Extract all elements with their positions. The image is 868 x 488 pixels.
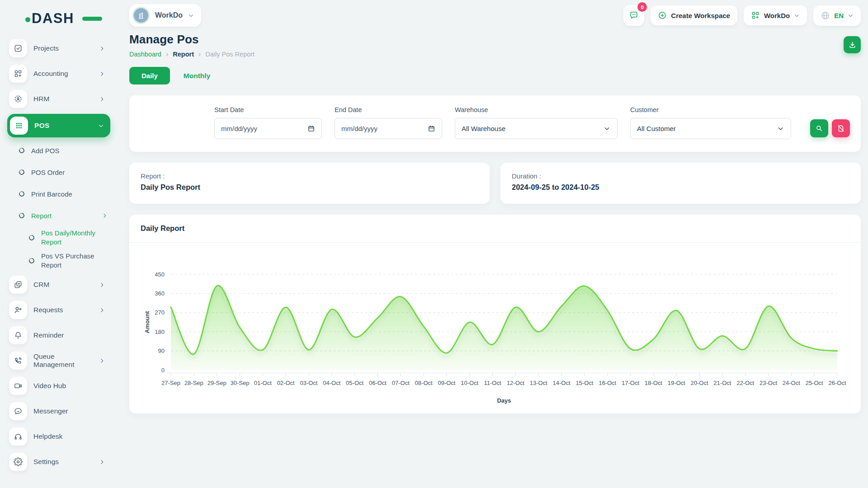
svg-text:20-Oct: 20-Oct (691, 380, 708, 386)
messages-badge: 0 (637, 2, 647, 12)
customer-select[interactable]: All Customer (630, 118, 791, 139)
globe-icon (821, 11, 830, 20)
sidebar-item-pos-daily-monthly-report[interactable]: Pos Daily/Monthly Report (29, 229, 110, 247)
svg-text:05-Oct: 05-Oct (346, 380, 363, 386)
reset-filter-button[interactable] (832, 119, 850, 137)
sidebar-item-label: Messenger (33, 407, 68, 415)
hrm-icon (9, 90, 27, 108)
svg-text:03-Oct: 03-Oct (300, 380, 317, 386)
svg-text:270: 270 (155, 309, 165, 316)
sidebar-item-label: Requests (33, 306, 63, 314)
search-button[interactable] (810, 119, 828, 137)
report-value: Daily Pos Report (141, 183, 478, 192)
svg-text:07-Oct: 07-Oct (392, 380, 410, 386)
language-code: EN (834, 12, 844, 19)
create-workspace-label: Create Workspace (671, 12, 730, 19)
grid-plus-icon (751, 11, 760, 20)
sidebar-item-video-hub[interactable]: Video Hub (7, 375, 110, 396)
sidebar-item-reminder[interactable]: Reminder (7, 325, 110, 346)
sidebar-item-pos[interactable]: POS (7, 114, 110, 137)
sidebar-item-accounting[interactable]: Accounting (7, 63, 110, 84)
svg-text:16-Oct: 16-Oct (599, 380, 616, 386)
report-summary-card: Report : Daily Pos Report (129, 163, 490, 204)
sidebar-item-queue-management[interactable]: Queue Management (7, 350, 110, 371)
warehouse-select[interactable]: All Warehouse (455, 118, 618, 139)
messages-button[interactable]: 0 (623, 5, 644, 26)
bullet-icon (18, 147, 25, 154)
file-off-icon (837, 124, 845, 132)
sidebar-item-pos-vs-purchase-report[interactable]: Pos VS Purchase Report (29, 252, 110, 270)
workspace-selector[interactable]: WorkDo (129, 4, 201, 27)
chart-title: Daily Report (141, 224, 184, 232)
tab-daily[interactable]: Daily (129, 67, 170, 84)
bullet-icon (18, 190, 25, 197)
svg-text:14-Oct: 14-Oct (553, 380, 571, 386)
app-logo[interactable]: DASH (25, 9, 93, 28)
end-date-input[interactable]: mm/dd/yyyy (335, 118, 442, 139)
svg-text:25-Oct: 25-Oct (806, 380, 823, 386)
svg-text:15-Oct: 15-Oct (576, 380, 593, 386)
warehouse-label: Warehouse (455, 106, 618, 113)
svg-text:360: 360 (155, 290, 165, 297)
language-selector[interactable]: EN (813, 5, 861, 26)
sidebar-item-report[interactable]: Report (19, 207, 110, 224)
breadcrumb-dashboard[interactable]: Dashboard (129, 51, 161, 58)
sidebar-item-print-barcode[interactable]: Print Barcode (19, 185, 110, 202)
sidebar-item-label: Queue Management (33, 352, 93, 369)
sidebar-item-pos-order[interactable]: POS Order (19, 164, 110, 181)
sidebar-item-requests[interactable]: Requests (7, 300, 110, 320)
search-icon (815, 124, 823, 132)
svg-text:08-Oct: 08-Oct (415, 380, 433, 386)
sidebar-item-add-pos[interactable]: Add POS (19, 142, 110, 159)
start-date-placeholder: mm/dd/yyyy (221, 125, 257, 132)
sidebar-item-label: Projects (33, 44, 59, 52)
svg-text:29-Sep: 29-Sep (208, 380, 226, 386)
sidebar-item-crm[interactable]: CRM (7, 274, 110, 295)
calendar-icon (428, 125, 435, 132)
svg-text:22-Oct: 22-Oct (736, 380, 754, 386)
svg-text:06-Oct: 06-Oct (369, 380, 387, 386)
sidebar-item-label: Video Hub (33, 382, 66, 390)
pos-icon (10, 117, 28, 135)
tab-monthly[interactable]: Monthly (184, 72, 210, 80)
sidebar-item-label: Settings (33, 458, 59, 466)
chevron-right-icon (99, 358, 105, 364)
svg-text:18-Oct: 18-Oct (645, 380, 662, 386)
chevron-right-icon (99, 282, 105, 288)
sidebar-item-label: Pos VS Purchase Report (41, 252, 97, 270)
svg-text:26-Oct: 26-Oct (828, 380, 846, 386)
download-button[interactable] (844, 36, 861, 53)
sidebar-item-label: Reminder (33, 331, 64, 339)
svg-text:01-Oct: 01-Oct (254, 380, 272, 386)
chevron-down-icon (603, 125, 611, 132)
sidebar-item-helpdesk[interactable]: Helpdesk (7, 426, 110, 447)
duration-value: 2024-09-25 to 2024-10-25 (512, 183, 849, 192)
sidebar-item-messenger[interactable]: Messenger (7, 401, 110, 422)
duration-summary-card: Duration : 2024-09-25 to 2024-10-25 (500, 163, 861, 204)
sidebar-item-label: Helpdesk (33, 432, 63, 441)
svg-text:27-Sep: 27-Sep (161, 380, 180, 386)
filter-actions (810, 119, 850, 139)
chevron-right-icon (99, 459, 105, 465)
summary-cards: Report : Daily Pos Report Duration : 202… (129, 163, 861, 204)
user-menu-button[interactable]: WorkDo (744, 5, 807, 25)
breadcrumb-report[interactable]: Report (173, 51, 194, 58)
headphones-icon (9, 427, 27, 446)
topbar: WorkDo 0 Create Workspace WorkDo EN (118, 0, 868, 30)
svg-text:24-Oct: 24-Oct (783, 380, 800, 386)
crm-icon (9, 276, 27, 294)
sidebar-item-label: Print Barcode (31, 190, 72, 198)
user-plus-icon (9, 301, 27, 319)
sidebar-item-projects[interactable]: Projects (7, 38, 110, 59)
sidebar-item-settings[interactable]: Settings (7, 451, 110, 472)
chevron-right-icon (99, 96, 105, 102)
sidebar-item-hrm[interactable]: HRM (7, 89, 110, 109)
breadcrumb-current: Daily Pos Report (205, 51, 255, 58)
sidebar: DASH Projects Accounting HRM POS (0, 0, 118, 488)
projects-icon (9, 39, 27, 57)
start-date-input[interactable]: mm/dd/yyyy (214, 118, 322, 139)
bullet-icon (28, 234, 35, 241)
svg-text:90: 90 (158, 347, 165, 354)
svg-text:09-Oct: 09-Oct (438, 380, 455, 386)
create-workspace-button[interactable]: Create Workspace (651, 5, 737, 25)
